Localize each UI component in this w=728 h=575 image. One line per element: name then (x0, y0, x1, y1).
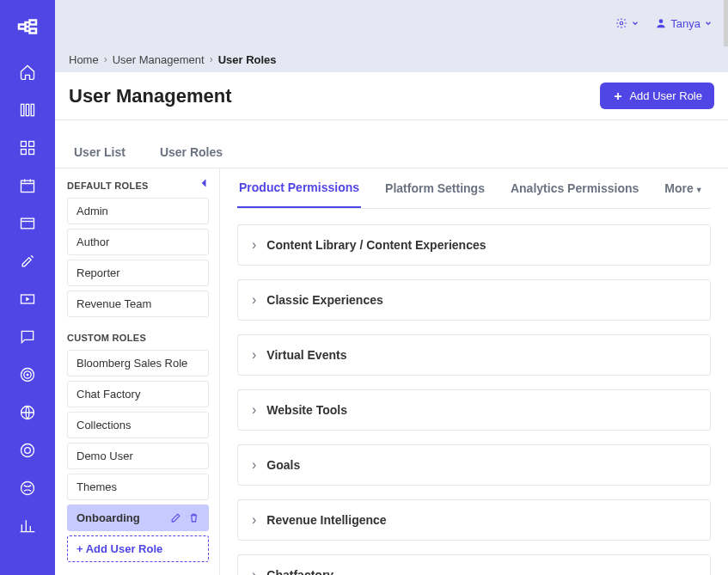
default-roles-heading: DEFAULT ROLES (67, 180, 209, 191)
tab-platform-settings[interactable]: Platform Settings (383, 169, 486, 207)
chevron-right-icon: › (252, 292, 256, 308)
page-header: User Management Add User Role (55, 72, 728, 120)
accordion-title: Goals (266, 458, 300, 472)
breadcrumb-item-active: User Roles (218, 53, 277, 66)
gear-icon (615, 17, 627, 29)
svg-point-14 (21, 444, 34, 457)
role-item-bloomberg[interactable]: Bloomberg Sales Role (67, 350, 209, 376)
accordion-goals[interactable]: › Goals (237, 444, 711, 486)
accordion-title: Classic Experiences (266, 293, 382, 307)
svg-point-18 (659, 19, 664, 23)
tab-more-label: More (664, 181, 693, 195)
settings-menu[interactable] (615, 17, 639, 29)
app-logo (15, 14, 40, 40)
chevron-right-icon: › (252, 567, 256, 575)
breadcrumb-item[interactable]: Home (69, 53, 99, 66)
chevron-right-icon: › (252, 347, 256, 363)
add-user-role-label: Add User Role (629, 89, 702, 102)
role-item-chat-factory[interactable]: Chat Factory (67, 381, 209, 407)
accordion-title: Chatfactory (266, 568, 333, 575)
accordion-website-tools[interactable]: › Website Tools (237, 389, 711, 431)
svg-rect-1 (26, 104, 28, 115)
nav-library-icon[interactable] (19, 101, 36, 119)
nav-globe-icon[interactable] (19, 404, 36, 421)
role-item-author[interactable]: Author (67, 229, 209, 255)
nav-chat-icon[interactable] (19, 328, 36, 346)
nav-calendar-icon[interactable] (19, 177, 36, 194)
tab-more[interactable]: More▼ (663, 169, 704, 207)
chevron-down-icon: ▼ (695, 186, 703, 194)
accordion-content-library[interactable]: › Content Library / Content Experiences (237, 224, 711, 266)
accordion-virtual-events[interactable]: › Virtual Events (237, 334, 711, 376)
user-name-label: Tanya (670, 17, 700, 30)
svg-rect-3 (21, 142, 27, 147)
tab-analytics-permissions[interactable]: Analytics Permissions (509, 169, 640, 207)
accordion-title: Revenue Intelligence (266, 513, 386, 527)
svg-rect-6 (29, 150, 34, 155)
nav-shield-icon[interactable] (19, 442, 36, 459)
role-item-collections[interactable]: Collections (67, 412, 209, 438)
role-item-revenue-team[interactable]: Revenue Team (67, 291, 209, 317)
svg-rect-5 (21, 150, 27, 155)
breadcrumb-separator: › (210, 53, 213, 65)
page-title: User Management (69, 85, 232, 107)
accordion-title: Content Library / Content Experiences (266, 238, 486, 252)
chevron-right-icon: › (252, 457, 256, 473)
topbar: Tanya (55, 0, 728, 46)
chevron-down-icon (704, 19, 713, 28)
svg-rect-2 (31, 104, 34, 115)
main-content: DEFAULT ROLES Admin Author Reporter Reve… (55, 168, 728, 575)
tab-product-permissions[interactable]: Product Permissions (237, 168, 361, 208)
svg-point-17 (621, 21, 624, 25)
svg-rect-7 (21, 180, 34, 192)
svg-point-15 (25, 448, 31, 454)
accordion-revenue-intelligence[interactable]: › Revenue Intelligence (237, 499, 711, 541)
breadcrumb-separator: › (104, 53, 107, 65)
accordion-chatfactory[interactable]: › Chatfactory (237, 554, 711, 575)
nav-tools-icon[interactable] (19, 253, 36, 270)
chevron-right-icon: › (252, 512, 256, 528)
tab-user-list[interactable]: User List (69, 137, 131, 168)
role-item-themes[interactable]: Themes (67, 474, 209, 500)
role-item-label: Onboarding (76, 511, 140, 524)
nav-ball-icon[interactable] (19, 480, 36, 497)
sidebar-nav (0, 0, 55, 575)
custom-roles-heading: CUSTOM ROLES (67, 333, 209, 343)
role-item-admin[interactable]: Admin (67, 198, 209, 224)
nav-window-icon[interactable] (19, 215, 36, 232)
detail-tabs: Product Permissions Platform Settings An… (237, 168, 711, 209)
nav-home-icon[interactable] (19, 64, 36, 81)
add-role-inline-button[interactable]: + Add User Role (67, 535, 209, 562)
tab-user-roles[interactable]: User Roles (155, 137, 228, 168)
nav-target-icon[interactable] (19, 366, 36, 383)
plus-icon (612, 90, 624, 102)
subtabs: User List User Roles (55, 120, 728, 168)
accordion-title: Website Tools (266, 403, 347, 417)
role-item-onboarding[interactable]: Onboarding (67, 505, 209, 531)
add-user-role-button[interactable]: Add User Role (600, 83, 714, 109)
svg-point-12 (27, 374, 28, 376)
chevron-down-icon (631, 19, 639, 28)
svg-rect-4 (29, 142, 34, 147)
nav-apps-icon[interactable] (19, 139, 36, 156)
breadcrumb: Home › User Management › User Roles (55, 46, 728, 72)
delete-icon[interactable] (188, 512, 199, 523)
svg-rect-8 (21, 218, 34, 229)
roles-panel: DEFAULT ROLES Admin Author Reporter Reve… (55, 168, 220, 575)
role-detail-panel: Product Permissions Platform Settings An… (220, 168, 728, 575)
user-icon (655, 17, 667, 29)
accordion-title: Virtual Events (266, 348, 346, 362)
accordion-classic-experiences[interactable]: › Classic Experiences (237, 279, 711, 321)
collapse-panel-icon[interactable] (199, 177, 211, 192)
user-menu[interactable]: Tanya (655, 17, 713, 30)
breadcrumb-item[interactable]: User Management (113, 53, 205, 66)
nav-video-icon[interactable] (19, 291, 36, 308)
role-item-demo-user[interactable]: Demo User (67, 443, 209, 469)
svg-rect-0 (21, 104, 24, 115)
chevron-right-icon: › (252, 402, 256, 418)
nav-analytics-icon[interactable] (19, 517, 36, 535)
chevron-right-icon: › (252, 237, 256, 253)
edit-icon[interactable] (170, 512, 181, 523)
role-item-reporter[interactable]: Reporter (67, 260, 209, 286)
svg-point-16 (21, 482, 34, 495)
